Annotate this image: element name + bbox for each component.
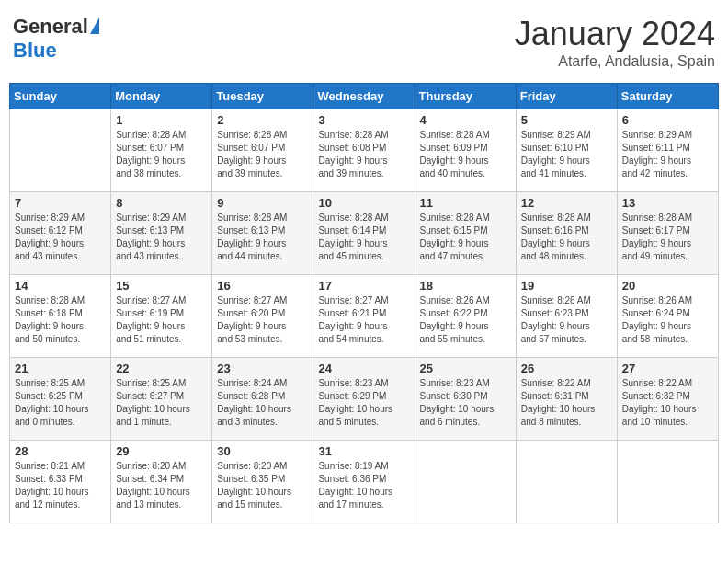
logo-triangle-icon [90, 17, 99, 34]
day-number: 24 [318, 362, 409, 375]
day-info: Sunrise: 8:23 AM Sunset: 6:29 PM Dayligh… [318, 377, 409, 429]
calendar-cell: 17Sunrise: 8:27 AM Sunset: 6:21 PM Dayli… [313, 275, 415, 358]
day-number: 4 [420, 113, 511, 127]
calendar-week-row: 28Sunrise: 8:21 AM Sunset: 6:33 PM Dayli… [10, 441, 719, 523]
calendar-cell: 15Sunrise: 8:27 AM Sunset: 6:19 PM Dayli… [111, 275, 212, 358]
day-info: Sunrise: 8:26 AM Sunset: 6:23 PM Dayligh… [521, 294, 612, 346]
month-year-title: January 2024 [515, 15, 715, 53]
calendar-cell: 20Sunrise: 8:26 AM Sunset: 6:24 PM Dayli… [617, 275, 718, 358]
calendar-cell: 26Sunrise: 8:22 AM Sunset: 6:31 PM Dayli… [516, 358, 617, 441]
calendar-cell: 23Sunrise: 8:24 AM Sunset: 6:28 PM Dayli… [212, 358, 313, 441]
calendar-cell: 30Sunrise: 8:20 AM Sunset: 6:35 PM Dayli… [212, 441, 313, 523]
calendar-cell: 3Sunrise: 8:28 AM Sunset: 6:08 PM Daylig… [313, 109, 415, 192]
calendar-cell: 11Sunrise: 8:28 AM Sunset: 6:15 PM Dayli… [415, 192, 516, 275]
day-info: Sunrise: 8:29 AM Sunset: 6:13 PM Dayligh… [116, 212, 207, 263]
day-info: Sunrise: 8:27 AM Sunset: 6:19 PM Dayligh… [116, 294, 207, 346]
day-info: Sunrise: 8:23 AM Sunset: 6:30 PM Dayligh… [420, 377, 511, 429]
day-number: 17 [318, 279, 409, 293]
calendar-cell: 25Sunrise: 8:23 AM Sunset: 6:30 PM Dayli… [415, 358, 516, 441]
day-number: 28 [15, 444, 106, 458]
calendar-cell: 28Sunrise: 8:21 AM Sunset: 6:33 PM Dayli… [10, 441, 111, 523]
calendar-cell [10, 109, 111, 192]
day-of-week-header: Saturday [617, 84, 718, 109]
day-number: 21 [15, 362, 106, 375]
day-info: Sunrise: 8:29 AM Sunset: 6:11 PM Dayligh… [622, 129, 713, 180]
day-info: Sunrise: 8:28 AM Sunset: 6:07 PM Dayligh… [116, 129, 207, 180]
day-number: 5 [521, 113, 612, 127]
calendar-cell: 18Sunrise: 8:26 AM Sunset: 6:22 PM Dayli… [415, 275, 516, 358]
calendar-cell: 19Sunrise: 8:26 AM Sunset: 6:23 PM Dayli… [516, 275, 617, 358]
day-info: Sunrise: 8:28 AM Sunset: 6:13 PM Dayligh… [217, 212, 308, 263]
day-info: Sunrise: 8:29 AM Sunset: 6:12 PM Dayligh… [15, 212, 106, 263]
calendar-cell: 9Sunrise: 8:28 AM Sunset: 6:13 PM Daylig… [212, 192, 313, 275]
logo-blue-text: Blue [13, 39, 57, 63]
day-of-week-header: Sunday [10, 84, 111, 109]
calendar-cell: 21Sunrise: 8:25 AM Sunset: 6:25 PM Dayli… [10, 358, 111, 441]
day-of-week-header: Monday [111, 84, 212, 109]
day-number: 20 [622, 279, 713, 293]
day-number: 11 [420, 196, 511, 210]
day-info: Sunrise: 8:22 AM Sunset: 6:32 PM Dayligh… [622, 377, 713, 429]
day-number: 12 [521, 196, 612, 210]
day-info: Sunrise: 8:25 AM Sunset: 6:27 PM Dayligh… [116, 377, 207, 429]
calendar-cell: 1Sunrise: 8:28 AM Sunset: 6:07 PM Daylig… [111, 109, 212, 192]
day-number: 14 [15, 279, 106, 293]
calendar-cell: 4Sunrise: 8:28 AM Sunset: 6:09 PM Daylig… [415, 109, 516, 192]
calendar-cell: 2Sunrise: 8:28 AM Sunset: 6:07 PM Daylig… [212, 109, 313, 192]
calendar-cell: 8Sunrise: 8:29 AM Sunset: 6:13 PM Daylig… [111, 192, 212, 275]
day-of-week-header: Wednesday [313, 84, 415, 109]
day-info: Sunrise: 8:19 AM Sunset: 6:36 PM Dayligh… [318, 460, 409, 511]
calendar-cell [617, 441, 718, 523]
day-number: 1 [116, 113, 207, 127]
day-number: 29 [116, 444, 207, 458]
day-of-week-header: Thursday [415, 84, 516, 109]
day-info: Sunrise: 8:27 AM Sunset: 6:20 PM Dayligh… [217, 294, 308, 346]
calendar-cell: 13Sunrise: 8:28 AM Sunset: 6:17 PM Dayli… [617, 192, 718, 275]
day-number: 10 [318, 196, 409, 210]
day-info: Sunrise: 8:28 AM Sunset: 6:08 PM Dayligh… [318, 129, 409, 180]
calendar-header-row: SundayMondayTuesdayWednesdayThursdayFrid… [10, 84, 719, 109]
logo-general-text: General [13, 15, 88, 39]
day-number: 31 [318, 444, 409, 458]
calendar-cell [415, 441, 516, 523]
day-of-week-header: Friday [516, 84, 617, 109]
day-number: 2 [217, 113, 308, 127]
day-number: 9 [217, 196, 308, 210]
day-info: Sunrise: 8:22 AM Sunset: 6:31 PM Dayligh… [521, 377, 612, 429]
day-info: Sunrise: 8:27 AM Sunset: 6:21 PM Dayligh… [318, 294, 409, 346]
calendar-cell: 7Sunrise: 8:29 AM Sunset: 6:12 PM Daylig… [10, 192, 111, 275]
day-info: Sunrise: 8:20 AM Sunset: 6:35 PM Dayligh… [217, 460, 308, 511]
day-info: Sunrise: 8:20 AM Sunset: 6:34 PM Dayligh… [116, 460, 207, 511]
calendar-week-row: 14Sunrise: 8:28 AM Sunset: 6:18 PM Dayli… [10, 275, 719, 358]
calendar-cell: 24Sunrise: 8:23 AM Sunset: 6:29 PM Dayli… [313, 358, 415, 441]
calendar-week-row: 21Sunrise: 8:25 AM Sunset: 6:25 PM Dayli… [10, 358, 719, 441]
logo: General Blue [13, 15, 99, 63]
day-number: 26 [521, 362, 612, 375]
day-number: 8 [116, 196, 207, 210]
day-number: 18 [420, 279, 511, 293]
day-info: Sunrise: 8:28 AM Sunset: 6:14 PM Dayligh… [318, 212, 409, 263]
day-number: 13 [622, 196, 713, 210]
day-info: Sunrise: 8:26 AM Sunset: 6:24 PM Dayligh… [622, 294, 713, 346]
calendar-table: SundayMondayTuesdayWednesdayThursdayFrid… [9, 83, 719, 523]
day-number: 19 [521, 279, 612, 293]
title-area: January 2024 Atarfe, Andalusia, Spain [515, 15, 715, 70]
day-number: 15 [116, 279, 207, 293]
day-number: 22 [116, 362, 207, 375]
day-number: 30 [217, 444, 308, 458]
calendar-cell: 31Sunrise: 8:19 AM Sunset: 6:36 PM Dayli… [313, 441, 415, 523]
day-info: Sunrise: 8:28 AM Sunset: 6:15 PM Dayligh… [420, 212, 511, 263]
day-number: 23 [217, 362, 308, 375]
day-number: 6 [622, 113, 713, 127]
calendar-cell: 10Sunrise: 8:28 AM Sunset: 6:14 PM Dayli… [313, 192, 415, 275]
calendar-cell: 12Sunrise: 8:28 AM Sunset: 6:16 PM Dayli… [516, 192, 617, 275]
day-info: Sunrise: 8:24 AM Sunset: 6:28 PM Dayligh… [217, 377, 308, 429]
day-number: 7 [15, 196, 106, 210]
calendar-cell: 6Sunrise: 8:29 AM Sunset: 6:11 PM Daylig… [617, 109, 718, 192]
day-of-week-header: Tuesday [212, 84, 313, 109]
calendar-cell: 14Sunrise: 8:28 AM Sunset: 6:18 PM Dayli… [10, 275, 111, 358]
day-info: Sunrise: 8:28 AM Sunset: 6:17 PM Dayligh… [622, 212, 713, 263]
calendar-cell: 16Sunrise: 8:27 AM Sunset: 6:20 PM Dayli… [212, 275, 313, 358]
day-number: 3 [318, 113, 409, 127]
day-info: Sunrise: 8:26 AM Sunset: 6:22 PM Dayligh… [420, 294, 511, 346]
